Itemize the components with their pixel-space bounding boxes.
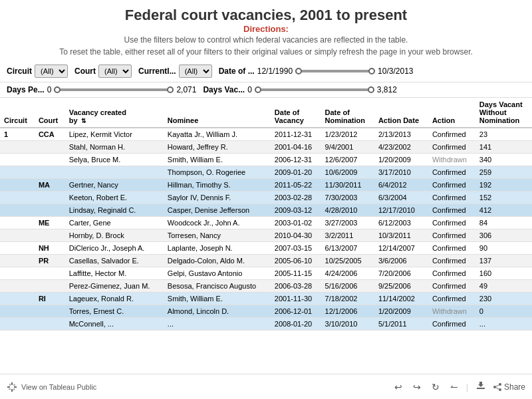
- action-cell: Confirmed: [428, 204, 475, 217]
- court-cell: [35, 280, 65, 293]
- nominee-cell: Howard, Jeffrey R.: [164, 141, 271, 154]
- court-cell: [35, 141, 65, 154]
- circuit-cell: [0, 255, 35, 267]
- days-vacant-cell: 160: [475, 267, 532, 280]
- date-slider[interactable]: [295, 70, 375, 72]
- circuit-label: Circuit: [7, 66, 32, 76]
- share-button[interactable]: Share: [493, 382, 525, 392]
- days-vacant-cell: 141: [475, 141, 532, 154]
- table-row: NHDiClerico Jr., Joseph A.Laplante, Jose…: [0, 242, 532, 255]
- share-label: Share: [504, 382, 525, 392]
- circuit-cell: 1: [0, 128, 35, 141]
- court-cell: ME: [35, 217, 65, 229]
- nominee-cell: Torresen, Nancy: [164, 229, 271, 242]
- share-icon: [493, 383, 501, 391]
- circuit-cell: [0, 166, 35, 179]
- days-vacant-slider[interactable]: [255, 88, 374, 91]
- vacancy-created-cell: Lindsay, Reginald C.: [65, 204, 164, 217]
- svg-rect-7: [13, 384, 15, 386]
- court-select[interactable]: (All): [98, 65, 132, 78]
- sort-vacancy-icon[interactable]: ⇅: [81, 118, 86, 124]
- date-vacancy-cell: 2006-03-28: [271, 280, 321, 293]
- nav-forward-button[interactable]: ↪: [410, 380, 424, 394]
- date-nomination-cell: 3/27/2003: [321, 217, 374, 229]
- nominee-cell: Hillman, Timothy S.: [164, 179, 271, 192]
- days-vacant-cell: 90: [475, 242, 532, 255]
- action-cell: Confirmed: [428, 192, 475, 204]
- tableau-label[interactable]: View on Tableau Public: [21, 383, 96, 391]
- court-cell: [35, 154, 65, 166]
- svg-point-12: [499, 388, 501, 391]
- court-cell: [35, 305, 65, 318]
- date-nomination-cell: 3/10/2010: [321, 318, 374, 331]
- col-vacancy-created-by[interactable]: Vacancy createdby ⇅: [65, 98, 164, 128]
- date-nomination-cell: 9/4/2001: [321, 141, 374, 154]
- nominee-cell: Almond, Lincoln D.: [164, 305, 271, 318]
- days-pending-label: Days Pe...: [7, 85, 45, 94]
- date-vacancy-cell: 2001-11-30: [271, 293, 321, 305]
- table-row: Stahl, Norman H.Howard, Jeffrey R.2001-0…: [0, 141, 532, 154]
- date-min: 12/1/1990: [257, 66, 293, 76]
- vacancy-created-cell: Hornby, D. Brock: [65, 229, 164, 242]
- days-vacant-cell: 230: [475, 293, 532, 305]
- table-row: Keeton, Robert E.Saylor IV, Dennis F.200…: [0, 192, 532, 204]
- table-row: 1CCALipez, Kermit VictorKayatta Jr., Wil…: [0, 128, 532, 141]
- date-vacancy-cell: 2009-03-12: [271, 204, 321, 217]
- svg-rect-4: [9, 384, 11, 386]
- action-date-cell: 1/20/2009: [374, 305, 428, 318]
- vacancy-created-cell: Carter, Gene: [65, 217, 164, 229]
- action-cell: Confirmed: [428, 217, 475, 229]
- action-date-cell: 4/23/2002: [374, 141, 428, 154]
- nominee-cell: Smith, William E.: [164, 154, 271, 166]
- court-cell: [35, 204, 65, 217]
- footer: View on Tableau Public ↩ ↪ ↻ ↼ |: [0, 374, 532, 399]
- nav-redo-button[interactable]: ↼: [448, 380, 461, 394]
- action-date-cell: 6/3/2004: [374, 192, 428, 204]
- vacancy-created-cell: Lipez, Kermit Victor: [65, 128, 164, 141]
- days-pending-slider[interactable]: [54, 88, 174, 91]
- svg-line-13: [496, 385, 499, 386]
- action-cell: Confirmed: [428, 229, 475, 242]
- date-vacancy-cell: 2011-05-22: [271, 179, 321, 192]
- court-cell: [35, 267, 65, 280]
- action-cell: Confirmed: [428, 166, 475, 179]
- date-nomination-cell: 1/23/2012: [321, 128, 374, 141]
- circuit-select[interactable]: (All): [35, 65, 68, 78]
- action-date-cell: 9/25/2006: [374, 280, 428, 293]
- nav-undo-button[interactable]: ↻: [429, 380, 442, 394]
- action-cell: Confirmed: [428, 293, 475, 305]
- date-filter: Date of ... 12/1/1990 10/3/2013: [219, 66, 414, 76]
- date-vacancy-cell: 2003-02-28: [271, 192, 321, 204]
- directions-line1: Use the filters below to control which f…: [7, 34, 525, 46]
- action-date-cell: 7/20/2006: [374, 267, 428, 280]
- page-title: Federal court vacancies, 2001 to present: [7, 7, 525, 24]
- date-nomination-cell: 5/16/2006: [321, 280, 374, 293]
- circuit-filter: Circuit (All): [7, 65, 68, 78]
- vacancy-created-cell: Keeton, Robert E.: [65, 192, 164, 204]
- date-label: Date of ...: [219, 66, 255, 76]
- circuit-cell: [0, 280, 35, 293]
- currently-select[interactable]: (All): [179, 65, 212, 78]
- days-vacant-cell: 84: [475, 217, 532, 229]
- directions-label: Directions:: [7, 24, 525, 34]
- table-row: PRCasellas, Salvador E.Delgado-Colon, Al…: [0, 255, 532, 267]
- date-vacancy-cell: 2003-01-02: [271, 217, 321, 229]
- court-cell: PR: [35, 255, 65, 267]
- court-cell: [35, 318, 65, 331]
- col-circuit: Circuit: [0, 98, 35, 128]
- vacancy-created-cell: DiClerico Jr., Joseph A.: [65, 242, 164, 255]
- action-date-cell: 12/14/2007: [374, 242, 428, 255]
- footer-left: View on Tableau Public: [7, 382, 96, 392]
- table-row: McConnell, ......2008-01-203/10/20105/1/…: [0, 318, 532, 331]
- nav-back-button[interactable]: ↩: [392, 380, 405, 394]
- date-vacancy-cell: 2001-04-16: [271, 141, 321, 154]
- days-pending-filter: Days Pe... 0 2,071: [7, 85, 196, 94]
- days-vacant-cell: ...: [475, 318, 532, 331]
- date-vacancy-cell: 2008-01-20: [271, 318, 321, 331]
- date-max: 10/3/2013: [378, 66, 413, 76]
- download-button[interactable]: [473, 380, 488, 394]
- date-nomination-cell: 6/13/2007: [321, 242, 374, 255]
- svg-rect-2: [7, 386, 10, 388]
- action-date-cell: 2/13/2013: [374, 128, 428, 141]
- date-vacancy-cell: 2006-12-01: [271, 305, 321, 318]
